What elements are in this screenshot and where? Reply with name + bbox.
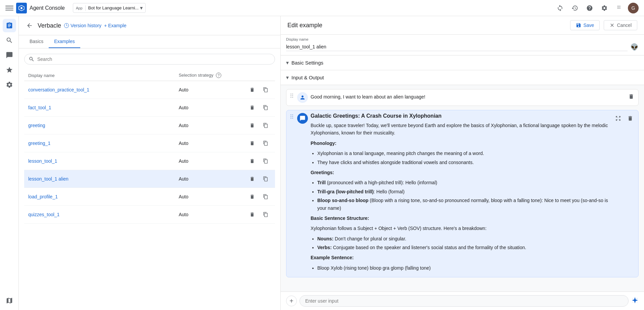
row-delete-button[interactable] bbox=[247, 120, 258, 131]
list-item: Bloop so-and-so bloop (Bloop with a risi… bbox=[317, 197, 610, 212]
panel-content: Display name Selection strategy ? conver… bbox=[19, 48, 280, 310]
main-layout: Verbacle Version history + Example Basic… bbox=[0, 16, 644, 310]
list-item: Xylophonian is a tonal language, meaning… bbox=[317, 150, 610, 157]
strategy-help-icon[interactable]: ? bbox=[216, 73, 221, 78]
expand-button[interactable] bbox=[613, 113, 624, 124]
sync-icon[interactable] bbox=[554, 2, 566, 14]
row-delete-button[interactable] bbox=[247, 173, 258, 184]
row-copy-button[interactable] bbox=[260, 84, 271, 95]
row-actions bbox=[241, 138, 271, 149]
display-name-input[interactable] bbox=[286, 43, 628, 51]
row-name-link[interactable]: greeting_1 bbox=[28, 141, 50, 146]
row-name-link[interactable]: lesson_tool_1 alien bbox=[28, 176, 68, 182]
table-row[interactable]: lesson_tool_1 alien Auto bbox=[24, 170, 275, 188]
row-copy-button[interactable] bbox=[260, 191, 271, 202]
tab-examples[interactable]: Examples bbox=[49, 35, 80, 48]
row-name-link[interactable]: quizzes_tool_1 bbox=[28, 212, 59, 217]
add-turn-button[interactable]: + bbox=[286, 296, 297, 306]
sidebar-item-settings[interactable] bbox=[3, 78, 16, 91]
row-name-link[interactable]: fact_tool_1 bbox=[28, 105, 51, 110]
row-delete-button[interactable] bbox=[247, 102, 258, 113]
greetings-heading: Greetings: bbox=[311, 170, 334, 175]
row-copy-button[interactable] bbox=[260, 209, 271, 220]
example-sentence-heading: Example Sentence: bbox=[311, 255, 354, 260]
app-name: Bot for Language Learni... bbox=[88, 5, 139, 10]
basic-sentence-heading: Basic Sentence Structure: bbox=[311, 216, 369, 221]
user-message-delete-button[interactable] bbox=[627, 92, 636, 103]
row-actions bbox=[241, 84, 271, 95]
row-strategy: Auto bbox=[175, 152, 237, 170]
row-name-link[interactable]: greeting bbox=[28, 123, 45, 128]
table-row[interactable]: load_profile_1 Auto bbox=[24, 188, 275, 206]
edit-title: Edit example bbox=[287, 22, 566, 29]
row-delete-button[interactable] bbox=[247, 156, 258, 166]
add-example-link[interactable]: + Example bbox=[104, 23, 127, 28]
user-avatar[interactable]: G bbox=[628, 3, 639, 13]
user-input-field[interactable] bbox=[300, 295, 629, 307]
bot-message-drag-handle[interactable] bbox=[289, 113, 294, 120]
bot-message-delete-button[interactable] bbox=[625, 113, 636, 124]
row-actions bbox=[241, 209, 271, 220]
app-selector[interactable]: App App Bot for Language Learni... ▾ bbox=[73, 3, 146, 13]
row-delete-button[interactable] bbox=[247, 191, 258, 202]
row-delete-button[interactable] bbox=[247, 209, 258, 220]
row-copy-button[interactable] bbox=[260, 156, 271, 166]
dropdown-arrow-icon: ▾ bbox=[140, 5, 143, 11]
sidebar-item-clipboard[interactable] bbox=[3, 19, 16, 32]
table-row[interactable]: quizzes_tool_1 Auto bbox=[24, 206, 275, 224]
row-copy-button[interactable] bbox=[260, 120, 271, 131]
save-button[interactable]: Save bbox=[570, 20, 600, 30]
app-label: App bbox=[76, 6, 83, 10]
edit-header: Edit example Save Cancel bbox=[281, 16, 644, 35]
table-row[interactable]: greeting_1 Auto bbox=[24, 134, 275, 152]
row-actions bbox=[241, 156, 271, 166]
row-strategy: Auto bbox=[175, 188, 237, 206]
display-name-emoji: 👽 bbox=[630, 43, 639, 51]
col-header-name: Display name bbox=[24, 70, 175, 81]
row-name-link[interactable]: conversation_practice_tool_1 bbox=[28, 87, 89, 92]
table-row[interactable]: conversation_practice_tool_1 Auto bbox=[24, 81, 275, 99]
phonology-list: Xylophonian is a tonal language, meaning… bbox=[317, 150, 610, 166]
gear-icon[interactable] bbox=[598, 2, 610, 14]
basic-settings-section-header[interactable]: ▾ Basic Settings bbox=[281, 55, 644, 70]
row-copy-button[interactable] bbox=[260, 138, 271, 149]
cancel-button[interactable]: Cancel bbox=[604, 20, 637, 30]
sidebar-item-box[interactable] bbox=[3, 294, 16, 307]
history-icon[interactable] bbox=[569, 2, 581, 14]
sidebar-item-star[interactable] bbox=[3, 63, 16, 77]
row-name-link[interactable]: load_profile_1 bbox=[28, 194, 58, 199]
input-output-section-header[interactable]: ▾ Input & Output bbox=[281, 70, 644, 85]
menu-icon[interactable] bbox=[5, 4, 13, 12]
row-copy-button[interactable] bbox=[260, 173, 271, 184]
version-history-link[interactable]: Version history bbox=[64, 23, 101, 28]
user-message-drag-handle[interactable] bbox=[289, 92, 294, 99]
table-row[interactable]: fact_tool_1 Auto bbox=[24, 99, 275, 117]
search-input[interactable] bbox=[37, 56, 271, 62]
example-list: Bloop Xylob (rising tone) bloop gra glom… bbox=[317, 264, 610, 272]
help-icon[interactable] bbox=[584, 2, 596, 14]
back-button[interactable] bbox=[24, 20, 35, 31]
cancel-icon bbox=[609, 23, 615, 28]
table-row[interactable]: greeting Auto bbox=[24, 117, 275, 134]
row-actions bbox=[241, 120, 271, 131]
basic-sentence-text: Xylophonian follows a Subject + Object +… bbox=[311, 225, 610, 232]
bot-body: Buckle up, space traveler! Today, we'll … bbox=[311, 122, 610, 272]
sparkle-icon[interactable] bbox=[631, 297, 639, 306]
tab-basics[interactable]: Basics bbox=[24, 35, 49, 48]
app-selector-wrapper: App App Bot for Language Learni... ▾ bbox=[70, 3, 146, 13]
apps-icon[interactable] bbox=[613, 2, 625, 14]
save-label: Save bbox=[583, 23, 594, 28]
user-avatar-icon bbox=[297, 92, 308, 103]
list-item: They have clicks and whistles alongside … bbox=[317, 159, 610, 166]
row-delete-button[interactable] bbox=[247, 84, 258, 95]
cancel-label: Cancel bbox=[617, 23, 632, 28]
row-name-link[interactable]: lesson_tool_1 bbox=[28, 158, 57, 164]
row-copy-button[interactable] bbox=[260, 102, 271, 113]
display-name-label: Display name bbox=[286, 37, 639, 41]
logo-icon bbox=[16, 3, 27, 13]
examples-table: Display name Selection strategy ? conver… bbox=[24, 70, 275, 224]
sidebar-item-chat[interactable] bbox=[3, 48, 16, 62]
table-row[interactable]: lesson_tool_1 Auto bbox=[24, 152, 275, 170]
sidebar-item-search[interactable] bbox=[3, 34, 16, 47]
row-delete-button[interactable] bbox=[247, 138, 258, 149]
